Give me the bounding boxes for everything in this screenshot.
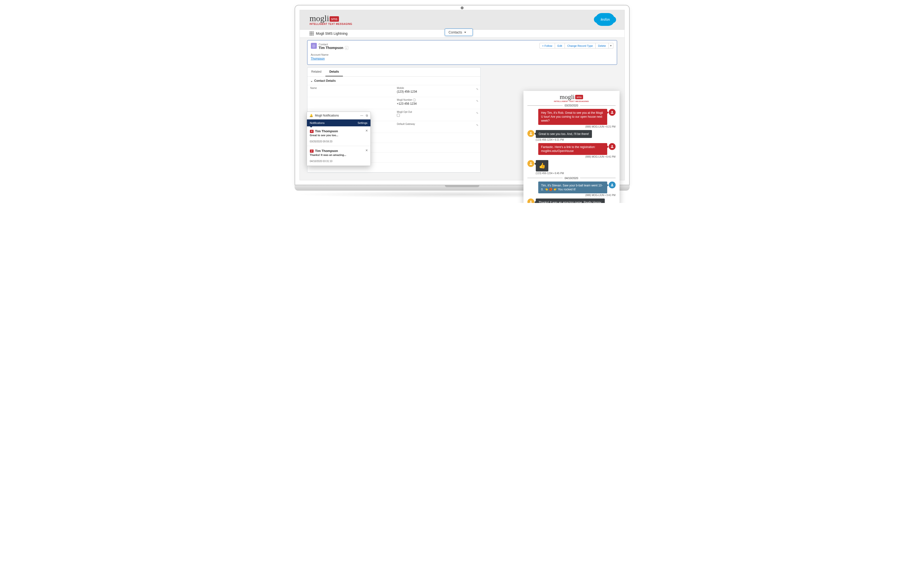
salesforce-logo: salesforce [596,13,615,26]
edit-icon[interactable]: ✎ [476,88,478,91]
record-name: Tim Thompson⌂ [319,46,348,50]
date-divider: 04/10/2020 [527,176,615,180]
convo-logo: moglisms INTELLIGENT TEXT MESSAGING [527,93,615,102]
nav-dropdown-label: Contacts [449,30,462,34]
opt-out-checkbox[interactable] [397,114,400,117]
edit-icon[interactable]: ✎ [476,124,478,127]
follow-button[interactable]: + Follow [540,43,555,48]
mogli-logo: moglisms INTELLIGENT TEXT MESSAGING [310,14,352,25]
message-meta: (888) MOG-LIUN • 6:41 PM [527,155,615,158]
bell-icon: 🔔 [309,114,313,117]
message-bubble: Thanks! It was an amazing game. Really H… [536,198,605,203]
tab-related[interactable]: Related [307,68,325,76]
message-bubble: Tim, it's Stevan. Saw your b-ball team w… [538,181,607,193]
close-icon[interactable]: ✕ [365,129,368,132]
avatar-tim [527,130,534,137]
message-meta: (888) MOG-LIUN • 3:41 PM [527,194,615,196]
date-divider: 03/20/2020 [527,104,615,107]
field-label-mogli-number: Mogli Numberi [397,99,477,101]
minimize-icon[interactable]: — [360,114,363,117]
message-incoming: Thanks! It was an amazing game. Really H… [527,198,615,203]
notifications-popup: 🔔 Mogli Notifications — ⧉ Notifications … [307,112,371,166]
message-incoming: Great to see you too. And, I'll be there… [527,130,615,138]
tab-details[interactable]: Details [325,68,343,76]
field-value-mobile: (123) 456-1234 [397,90,477,93]
app-name: Mogli SMS Lightning [316,31,348,35]
sms-badge: sms [330,16,339,21]
notif-count-badge: 4 [310,130,314,133]
notif-preview: Thanks! It was an amazing... [310,153,368,157]
edit-icon[interactable]: ✎ [476,99,478,103]
notification-item[interactable]: ✕ 2Tim Thompson Thanks! It was an amazin… [307,146,371,166]
svg-point-4 [611,183,613,185]
message-bubble: 👍 [536,160,548,171]
notif-tab-settings[interactable]: Settings [355,119,371,126]
mogli-tagline: INTELLIGENT TEXT MESSAGING [310,23,352,25]
delete-button[interactable]: Delete [596,43,609,48]
conversation-panel: moglisms INTELLIGENT TEXT MESSAGING 03/2… [523,91,620,203]
message-meta: (888) MOG-LIUN • 6:21 PM [527,125,615,128]
brand-bar: moglisms INTELLIGENT TEXT MESSAGING sale… [300,10,624,30]
avatar-rob [609,109,615,116]
more-actions-button[interactable]: ▾ [609,43,613,48]
notif-count-badge: 2 [310,150,314,153]
field-value-mogli-number: +123 456 1234 [397,102,477,106]
field-label-opt-out: Mogli Opt Out [397,110,477,113]
message-incoming: 👍 [527,160,615,171]
change-record-type-button[interactable]: Change Record Type [565,43,596,48]
notification-item[interactable]: ✕ 4Tim Thompson Great to see you too... … [307,126,371,146]
hierarchy-icon[interactable]: ⌂ [345,46,348,50]
message-bubble: Great to see you too. And, I'll be there… [536,130,592,138]
svg-point-2 [611,145,613,146]
notif-timestamp: 04/10/2020 03:31:10 [310,160,368,163]
edit-icon[interactable]: ✎ [476,112,478,115]
section-contact-details[interactable]: ⌄Contact Details [307,77,480,85]
chevron-down-icon: ⌄ [310,79,313,82]
message-bubble: Hey Tim, it's Rob. Great to see you at t… [538,109,607,125]
object-label: Contact [319,43,348,46]
field-label-gateway: Default Gateway [397,123,477,125]
svg-point-0 [611,111,613,112]
notif-preview: Great to see you too... [310,134,368,137]
laptop-camera [460,7,464,9]
record-header-card: ◫ Contact Tim Thompson⌂ + Follow Edit Ch… [307,40,617,65]
message-outgoing: Hey Tim, it's Rob. Great to see you at t… [527,109,615,125]
avatar-stevan [609,181,615,188]
notif-timestamp: 03/20/2020 09:59:20 [310,140,368,143]
svg-point-3 [530,162,531,163]
avatar-rob [609,143,615,150]
help-icon[interactable]: i [413,99,416,101]
message-outgoing: Fantastic. Here's a link to the registra… [527,143,615,155]
avatar-tim [527,198,534,203]
svg-point-1 [530,132,531,133]
avatar-tim [527,160,534,167]
message-meta: (123) 456-1234 • 6:21 PM [536,138,615,141]
notif-name: Tim Thompson [315,129,338,133]
notif-name: Tim Thompson [315,149,338,153]
notif-tab-notifications[interactable]: Notifications [307,119,328,126]
chevron-down-icon [464,32,466,33]
account-name-label: Account Name [311,53,613,56]
edit-button[interactable]: Edit [555,43,565,48]
field-label-name: Name [310,87,391,89]
svg-point-5 [530,201,531,202]
popout-icon[interactable]: ⧉ [366,114,368,117]
contact-object-icon: ◫ [311,43,317,49]
nav-dropdown-contacts[interactable]: Contacts [445,28,473,36]
message-bubble: Fantastic. Here's a link to the registra… [538,143,607,155]
mogli-word: mogli [310,14,329,23]
account-name-link[interactable]: Thompson [311,57,325,60]
app-launcher-icon[interactable] [310,31,314,35]
message-meta: (123) 456-1234 • 6:45 PM [536,172,615,175]
field-label-mobile: Mobile [397,87,477,89]
message-outgoing: Tim, it's Stevan. Saw your b-ball team w… [527,181,615,193]
notif-title: Mogli Notifications [315,114,339,117]
app-bar: Mogli SMS Lightning Contacts [300,30,624,38]
record-actions: + Follow Edit Change Record Type Delete … [540,43,613,48]
close-icon[interactable]: ✕ [365,148,368,152]
